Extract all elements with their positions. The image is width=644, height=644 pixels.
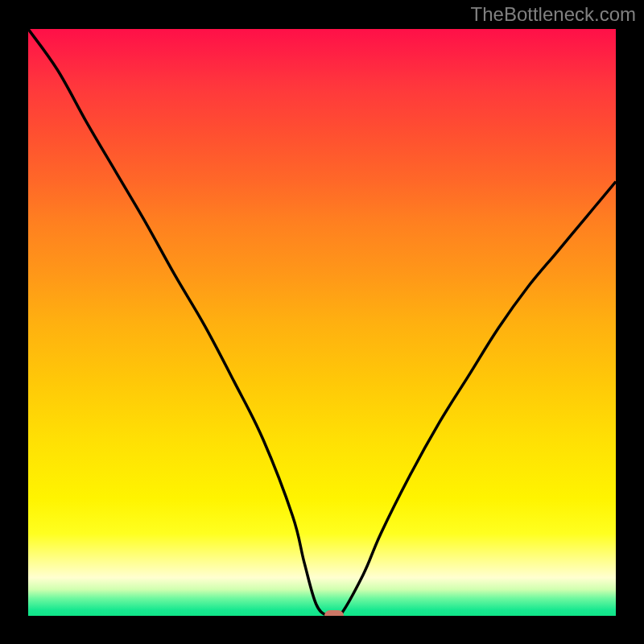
bottleneck-curve (28, 29, 616, 616)
plot-area (28, 29, 616, 616)
watermark-text: TheBottleneck.com (471, 3, 636, 26)
chart-container: TheBottleneck.com (0, 0, 644, 644)
optimal-marker (324, 610, 344, 616)
